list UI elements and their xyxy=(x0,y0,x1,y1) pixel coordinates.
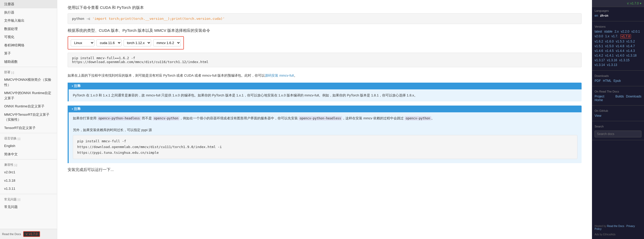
version-link-v144[interactable]: v1.4.4 xyxy=(616,49,624,53)
note2-code: pip install mmcv-full -f https://downloa… xyxy=(73,135,577,159)
sidebar-item-compat-v1311[interactable]: v1.3.11 xyxy=(0,185,57,193)
version-link-v145[interactable]: v1.4.5 xyxy=(605,49,614,53)
version-link-2x[interactable]: 2.x xyxy=(615,30,619,33)
lang-zh-link[interactable]: zh-cn xyxy=(600,14,608,17)
version-link-v153[interactable]: v1.5.3 xyxy=(616,40,624,43)
version-link-1x[interactable]: 1.x xyxy=(605,34,609,39)
section-compat-header: 兼容性 [-] xyxy=(0,161,57,168)
version-link-v1313[interactable]: v1.3.13 xyxy=(607,63,617,67)
version-link-v142[interactable]: v1.4.2 xyxy=(595,54,603,57)
sidebar-item-onnx-intro[interactable]: MMCV中ONNX模块简介（实验性） xyxy=(0,76,57,89)
version-link-v141[interactable]: v1.4.1 xyxy=(605,54,614,57)
download-links: PDF HTML Epub xyxy=(595,79,641,83)
sidebar-item-data-processing[interactable]: 数据处理 xyxy=(0,25,57,33)
ads-text: Ads by EthicalAds xyxy=(592,232,644,237)
sidebar-item-helper[interactable]: 辅助函数 xyxy=(0,58,57,66)
version-link-v1314[interactable]: v1.3.14 xyxy=(595,63,605,67)
languages-title: Languages xyxy=(595,9,641,12)
sidebar-item-registrar[interactable]: 注册器 xyxy=(0,0,57,8)
sidebar-item-lang-zh[interactable]: 简体中文 xyxy=(0,150,57,158)
cuda-select[interactable]: cuda 11.6 cuda 11.3 cuda 10.2 xyxy=(96,39,121,46)
section-deploy-header: 部署 [-] xyxy=(0,68,57,76)
note2-body: 如果你打算使用 opencv-python-headless 而不是 openc… xyxy=(69,112,582,163)
sidebar-item-tensorrt[interactable]: TensorRT自定义算子 xyxy=(0,124,57,132)
sidebar-item-onnx-runtime-custom[interactable]: MMCV中的ONNX Runtime自定义算子 xyxy=(0,89,57,102)
version-link-v151[interactable]: v1.5.1 xyxy=(595,44,603,48)
divider-search xyxy=(592,121,644,121)
sidebar-item-compat-v1318[interactable]: v1.3.18 xyxy=(0,176,57,185)
version-link-v1317[interactable]: v1.3.17 xyxy=(595,58,605,62)
version-link-v160[interactable]: v1.6.0 xyxy=(605,40,614,43)
sidebar-item-onnx-runtime[interactable]: ONNX Runtime自定义算子 xyxy=(0,102,57,111)
dropdown-row: Linux Windows macOS cuda 11.6 cuda 11.3 … xyxy=(68,36,184,50)
lang-row: en zh-cn xyxy=(595,14,641,17)
project-home-link[interactable]: Project Home xyxy=(595,95,613,102)
version-link-v1316[interactable]: v1.3.16 xyxy=(607,58,617,62)
search-input[interactable] xyxy=(595,131,641,137)
divider-rtd xyxy=(592,86,644,86)
sidebar-item-tensorrt-custom[interactable]: MMCV中TensorRT自定义算子（实验性） xyxy=(0,111,57,124)
rtd-logo: Read the Docs xyxy=(2,232,21,236)
version-link-v143[interactable]: v1.4.3 xyxy=(626,49,635,53)
search-section: Search xyxy=(592,123,644,138)
version-link-v146[interactable]: v1.4.6 xyxy=(595,49,603,53)
version-link-v150[interactable]: v1.5.0 xyxy=(605,44,614,48)
download-html[interactable]: HTML xyxy=(603,79,611,83)
view-link[interactable]: View xyxy=(595,114,641,118)
divider4 xyxy=(0,194,57,194)
version-link-v147[interactable]: v1.4.7 xyxy=(626,44,635,48)
sidebar-item-lang-en[interactable]: English xyxy=(0,142,57,150)
install-code-block: pip install mmcv-full==1.6.2 -f https://… xyxy=(68,53,582,67)
os-select[interactable]: Linux Windows macOS xyxy=(71,39,94,46)
main-content: 使用以下命令查看 CUDA 和 PyTorch 的版本 python -c 'i… xyxy=(57,0,592,239)
version-link-v148[interactable]: v1.4.8 xyxy=(616,44,624,48)
divider-versions xyxy=(592,21,644,21)
lang-en-link[interactable]: en xyxy=(595,14,598,17)
mmcv-select[interactable]: mmcv 1.6.2 mmcv 1.6.1 mmcv 1.6.0 xyxy=(153,39,181,46)
version-link-v162[interactable]: v1.6.2 xyxy=(595,40,603,43)
version-link-v200[interactable]: v2.0.0 xyxy=(595,34,603,39)
section-lang-header: 语言切换 [-] xyxy=(0,134,57,142)
versions-title: Versions xyxy=(595,25,641,28)
chevron-down-icon: ▾ xyxy=(640,2,641,5)
download-pdf[interactable]: PDF xyxy=(595,79,601,83)
sidebar-item-file-io[interactable]: 文件输入输出 xyxy=(0,16,57,25)
section1-title: 使用以下命令查看 CUDA 和 PyTorch 的版本 xyxy=(68,5,582,10)
versions-section: Versions latest stable 2.x v2.2.0 v2.0.1… xyxy=(592,23,644,69)
divider-downloads xyxy=(592,70,644,71)
note1-header: • 注释 xyxy=(69,83,582,89)
version-link-v140[interactable]: v1.4.0 xyxy=(616,54,624,57)
builds-link[interactable]: Builds xyxy=(615,95,624,102)
version-link-v201[interactable]: v2.0.1 xyxy=(631,30,640,33)
version-link-stable[interactable]: stable xyxy=(604,30,613,33)
sidebar-item-compat-v2[interactable]: v2.0rc1 xyxy=(0,168,57,176)
note2-header: • 注释 xyxy=(69,106,582,112)
version-link-v1315[interactable]: v1.3.15 xyxy=(619,58,629,62)
version-link-v152[interactable]: v1.5.2 xyxy=(626,40,635,43)
sidebar-item-visualization[interactable]: 可视化 xyxy=(0,33,57,41)
source-link[interactable]: 源码安装 mmcv-full xyxy=(265,73,294,77)
sidebar-item-cnn[interactable]: 卷积神经网络 xyxy=(0,41,57,50)
version-link-latest[interactable]: latest xyxy=(595,30,602,33)
sidebar-bottom: Read the Docs v: v1.7.0 xyxy=(0,229,57,239)
divider3 xyxy=(0,159,57,160)
version-badge-bottom[interactable]: v: v1.7.0 xyxy=(23,231,40,237)
torch-select[interactable]: torch 1.12.x torch 1.11.x torch 1.10.x xyxy=(124,39,151,46)
rtd-link[interactable]: Read the Docs xyxy=(607,225,624,228)
on-rtd-title: On Read the Docs xyxy=(595,90,641,93)
on-github-section: On GitHub View xyxy=(592,107,644,119)
version-link-v17[interactable]: v1.7. xyxy=(611,34,618,39)
version-bar[interactable]: v: v1.7.0 ▾ xyxy=(592,0,644,7)
version-bar-label: v: v1.7.0 xyxy=(627,2,639,5)
divider1 xyxy=(0,67,57,67)
version-link-v170[interactable]: v1.7.0 xyxy=(620,34,631,39)
version-link-v220[interactable]: v2.2.0 xyxy=(621,30,629,33)
download-epub[interactable]: Epub xyxy=(614,79,621,83)
sidebar-item-operator[interactable]: 算子 xyxy=(0,49,57,58)
sidebar-item-executor[interactable]: 执行器 xyxy=(0,8,57,17)
downloads-link[interactable]: Downloads xyxy=(626,95,641,102)
version-link-v1318[interactable]: v1.3.18 xyxy=(626,54,636,57)
sidebar-item-faq[interactable]: 常见问题 xyxy=(0,203,57,211)
note1-body: PyTorch 在 1.x.0 和 1.x.1 之间通常是兼容的，故 mmcv-… xyxy=(69,89,582,101)
downloads-title: Downloads xyxy=(595,74,641,77)
